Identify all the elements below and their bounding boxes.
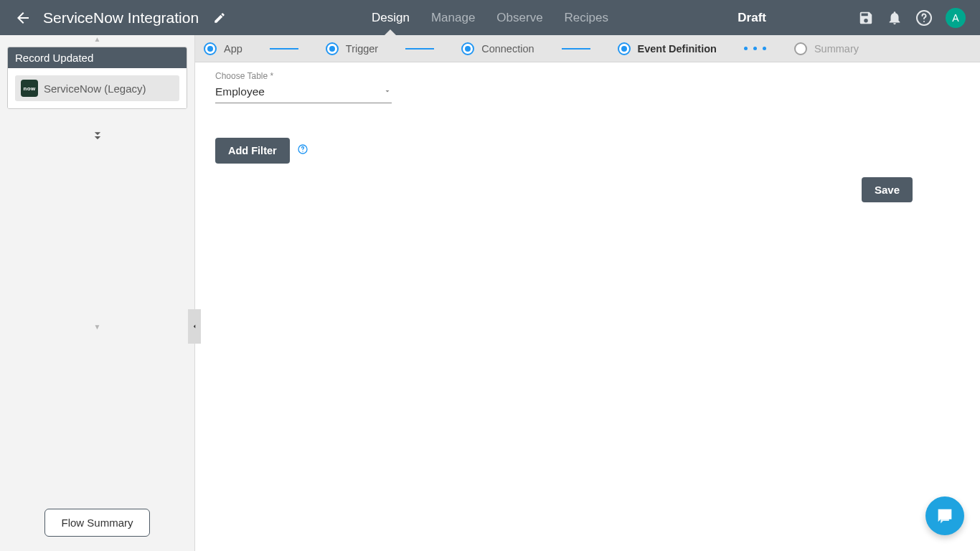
save-icon[interactable] xyxy=(858,10,874,26)
table-field-label: Choose Table * xyxy=(215,71,960,81)
svg-point-3 xyxy=(302,151,303,151)
step-radio-icon xyxy=(326,42,339,55)
svg-point-1 xyxy=(923,21,925,22)
status-badge: Draft xyxy=(738,11,766,25)
scroll-up-icon[interactable]: ▲ xyxy=(0,35,194,45)
wizard-stepper: App Trigger Connection Event Definition … xyxy=(195,35,980,62)
step-label: App xyxy=(224,43,242,55)
save-button[interactable]: Save xyxy=(862,177,913,202)
table-select-value: Employee xyxy=(215,85,265,98)
sidebar: ▲ Record Updated now ServiceNow (Legacy)… xyxy=(0,35,195,551)
chevron-down-icon xyxy=(383,85,392,98)
step-label: Event Definition xyxy=(638,43,717,55)
add-filter-row: Add Filter xyxy=(215,138,960,164)
step-radio-icon xyxy=(794,42,807,55)
tab-design[interactable]: Design xyxy=(372,0,410,35)
tab-recipes[interactable]: Recipes xyxy=(565,0,608,35)
avatar[interactable]: A xyxy=(946,8,966,28)
table-select[interactable]: Employee xyxy=(215,83,392,103)
flow-step-panel: Record Updated now ServiceNow (Legacy) xyxy=(7,47,187,109)
tab-observe[interactable]: Observe xyxy=(496,0,542,35)
connector-label: ServiceNow (Legacy) xyxy=(44,83,146,95)
step-connection[interactable]: Connection xyxy=(461,42,534,55)
main: App Trigger Connection Event Definition … xyxy=(195,35,980,551)
back-arrow-icon[interactable] xyxy=(14,9,32,27)
step-radio-icon xyxy=(618,42,631,55)
add-filter-button[interactable]: Add Filter xyxy=(215,138,290,164)
topbar-left: ServiceNow Integration xyxy=(0,9,226,27)
form-area: Choose Table * Employee Add Filter Save xyxy=(195,62,980,172)
step-trigger[interactable]: Trigger xyxy=(326,42,378,55)
bell-icon[interactable] xyxy=(887,10,903,26)
step-label: Trigger xyxy=(346,43,378,55)
chat-bubble-button[interactable] xyxy=(925,496,964,535)
step-connector xyxy=(405,48,434,50)
step-summary[interactable]: Summary xyxy=(794,42,859,55)
nav-tabs: Design Manage Observe Recipes xyxy=(372,0,608,35)
flow-summary-button[interactable]: Flow Summary xyxy=(44,509,149,537)
filter-help-icon[interactable] xyxy=(297,143,308,158)
step-connector-dots xyxy=(741,48,770,50)
collapse-sidebar-handle[interactable] xyxy=(188,309,201,344)
step-connector xyxy=(270,48,298,50)
panel-body: now ServiceNow (Legacy) xyxy=(8,68,187,108)
step-app[interactable]: App xyxy=(204,42,242,55)
step-event-definition[interactable]: Event Definition xyxy=(618,42,717,55)
connector-item[interactable]: now ServiceNow (Legacy) xyxy=(15,75,179,101)
step-radio-icon xyxy=(461,42,474,55)
step-connector xyxy=(562,48,590,50)
servicenow-icon: now xyxy=(21,80,38,97)
topbar: ServiceNow Integration Design Manage Obs… xyxy=(0,0,980,35)
help-icon[interactable] xyxy=(915,9,933,27)
step-radio-icon xyxy=(204,42,217,55)
scroll-down-icon[interactable]: ▼ xyxy=(0,323,194,333)
tab-manage[interactable]: Manage xyxy=(431,0,475,35)
panel-header: Record Updated xyxy=(8,47,187,68)
edit-icon[interactable] xyxy=(213,11,226,24)
expand-down-icon[interactable] xyxy=(0,129,194,146)
step-label: Connection xyxy=(481,43,534,55)
body: ▲ Record Updated now ServiceNow (Legacy)… xyxy=(0,35,980,551)
step-label: Summary xyxy=(814,43,859,55)
topbar-right: Draft A xyxy=(738,8,980,28)
page-title: ServiceNow Integration xyxy=(43,9,199,27)
